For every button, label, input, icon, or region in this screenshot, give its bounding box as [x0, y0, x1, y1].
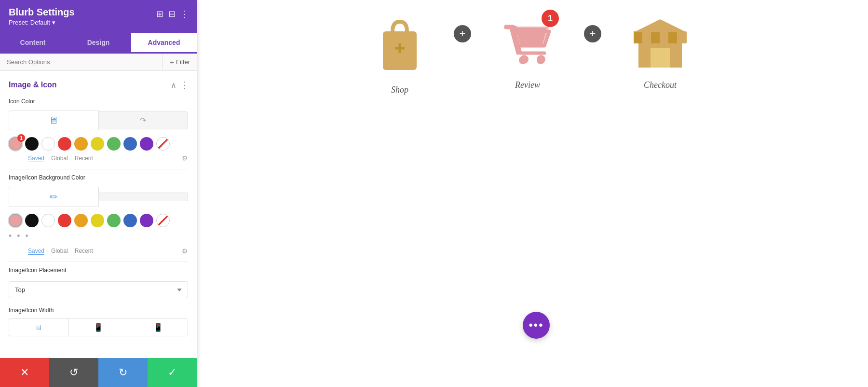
- device-mobile-btn[interactable]: 📱: [128, 318, 188, 336]
- section-actions: ∧ ⋮: [171, 80, 189, 90]
- swatch-white[interactable]: [41, 137, 55, 151]
- expand-icon[interactable]: ⊞: [156, 9, 163, 19]
- global-tab[interactable]: Global: [51, 155, 68, 162]
- svg-rect-11: [651, 31, 660, 43]
- redo-button[interactable]: ↻: [98, 358, 148, 387]
- floating-dots-button[interactable]: •••: [523, 312, 550, 339]
- collapse-icon[interactable]: ∧: [171, 81, 176, 90]
- swatch2-orange[interactable]: [74, 214, 88, 227]
- review-label: Review: [515, 80, 540, 90]
- swatch-red[interactable]: [58, 137, 71, 151]
- global-tab-2[interactable]: Global: [51, 248, 68, 254]
- swatch2-purple[interactable]: [140, 214, 153, 227]
- swatch2-black[interactable]: [25, 214, 39, 227]
- section-more-icon[interactable]: ⋮: [180, 80, 189, 90]
- tab-content[interactable]: Content: [0, 33, 66, 54]
- sidebar-title: Blurb Settings: [9, 7, 75, 18]
- more-dots: • • •: [0, 229, 197, 245]
- swatch2-red[interactable]: [58, 214, 71, 227]
- swatch-black[interactable]: [25, 137, 39, 151]
- color-settings-icon-2[interactable]: ⚙: [182, 247, 188, 255]
- image-placement-select[interactable]: Top Bottom Left Right: [9, 281, 188, 298]
- image-bg-color-label: Image/Icon Background Color: [0, 171, 197, 185]
- mobile-icon: 📱: [153, 323, 163, 332]
- filter-button[interactable]: + Filter: [163, 54, 197, 70]
- eyedropper-icon: ✏: [50, 191, 58, 203]
- swatch2-blue[interactable]: [123, 214, 137, 227]
- saved-tab-2[interactable]: Saved: [28, 248, 44, 255]
- blurb-item-review: 1 Review: [501, 14, 554, 90]
- image-bg-picker-btn[interactable]: ✏: [9, 187, 99, 207]
- device-tablet-btn[interactable]: 📱: [68, 318, 128, 336]
- svg-marker-15: [634, 19, 687, 32]
- search-input[interactable]: [0, 54, 163, 70]
- undo-button[interactable]: ↺: [49, 358, 98, 387]
- recent-tab[interactable]: Recent: [75, 155, 93, 162]
- confirm-button[interactable]: ✓: [148, 358, 197, 387]
- image-placement-label: Image/Icon Placement: [0, 264, 197, 277]
- shop-icon-wrap: [376, 14, 424, 77]
- swatch2-pink[interactable]: [9, 214, 22, 227]
- saved-tabs-row-2: Saved Global Recent ⚙: [0, 245, 197, 260]
- image-bg-color-picker: ✏: [0, 185, 197, 209]
- cursor-icon: ↷: [140, 116, 146, 125]
- svg-rect-14: [651, 48, 670, 68]
- blurb-item-shop: Shop: [376, 14, 424, 95]
- device-desktop-btn[interactable]: 🖥: [9, 318, 68, 336]
- blurb-item-checkout: Checkout: [631, 14, 689, 90]
- icon-color-label: Icon Color: [0, 95, 197, 109]
- svg-point-7: [537, 55, 545, 64]
- sidebar-tabs: Content Design Advanced: [0, 33, 197, 54]
- monitor-icon: 🖥: [49, 115, 58, 126]
- add-between-1[interactable]: +: [454, 25, 471, 42]
- saved-tab[interactable]: Saved: [28, 155, 44, 162]
- swatch-clear[interactable]: [156, 137, 170, 151]
- shop-label: Shop: [391, 85, 408, 95]
- sidebar-preset: Preset: Default ▾: [9, 19, 75, 26]
- filter-label: Filter: [176, 58, 190, 66]
- cancel-button[interactable]: ✕: [0, 358, 49, 387]
- swatch-green[interactable]: [107, 137, 121, 151]
- tab-advanced[interactable]: Advanced: [131, 33, 197, 54]
- sidebar-header: Blurb Settings Preset: Default ▾ ⊞ ⊟ ⋮: [0, 0, 197, 33]
- main-canvas: Shop + 1: [197, 0, 868, 387]
- swatch2-clear[interactable]: [156, 214, 170, 227]
- add-between-2[interactable]: +: [584, 25, 601, 42]
- swatch2-green[interactable]: [107, 214, 121, 227]
- sidebar: Blurb Settings Preset: Default ▾ ⊞ ⊟ ⋮ C…: [0, 0, 197, 387]
- sidebar-content: Image & Icon ∧ ⋮ Icon Color 🖥 ↷ 1: [0, 71, 197, 387]
- swatch-yellow[interactable]: [91, 137, 104, 151]
- checkout-icon-wrap: [631, 14, 689, 72]
- saved-tabs-row: Saved Global Recent ⚙: [0, 152, 197, 167]
- icon-color-cursor-btn[interactable]: ↷: [99, 111, 189, 129]
- layout-icon[interactable]: ⊟: [168, 9, 176, 19]
- swatch2-yellow[interactable]: [91, 214, 104, 227]
- desktop-icon: 🖥: [35, 323, 42, 332]
- recent-tab-2[interactable]: Recent: [75, 248, 93, 254]
- divider-1: [9, 169, 188, 169]
- image-icon-section-header: Image & Icon ∧ ⋮: [0, 71, 197, 95]
- sidebar-header-right: ⊞ ⊟ ⋮: [156, 9, 189, 19]
- swatch-orange[interactable]: [74, 137, 88, 151]
- sidebar-header-left: Blurb Settings Preset: Default ▾: [9, 7, 75, 26]
- swatch-blue[interactable]: [123, 137, 137, 151]
- color-settings-icon[interactable]: ⚙: [182, 154, 188, 162]
- swatch2-white[interactable]: [41, 214, 55, 227]
- device-row: 🖥 📱 📱: [0, 317, 197, 338]
- svg-point-6: [520, 55, 529, 64]
- filter-plus-icon: +: [170, 58, 174, 66]
- canvas-row: Shop + 1: [197, 14, 868, 95]
- svg-rect-10: [634, 31, 642, 43]
- search-row: + Filter: [0, 54, 197, 71]
- swatch-wrapper-pink: 1: [9, 137, 22, 151]
- tablet-icon: 📱: [94, 323, 103, 332]
- more-icon[interactable]: ⋮: [180, 9, 189, 19]
- image-bg-cursor-btn[interactable]: [99, 193, 189, 201]
- icon-color-monitor-btn[interactable]: 🖥: [9, 111, 99, 130]
- swatch-badge-1: 1: [17, 134, 25, 142]
- bottom-bar: ✕ ↺ ↻ ✓: [0, 358, 197, 387]
- tab-design[interactable]: Design: [66, 33, 131, 54]
- divider-2: [9, 262, 188, 262]
- image-width-label: Image/Icon Width: [0, 302, 197, 317]
- swatch-purple[interactable]: [140, 137, 153, 151]
